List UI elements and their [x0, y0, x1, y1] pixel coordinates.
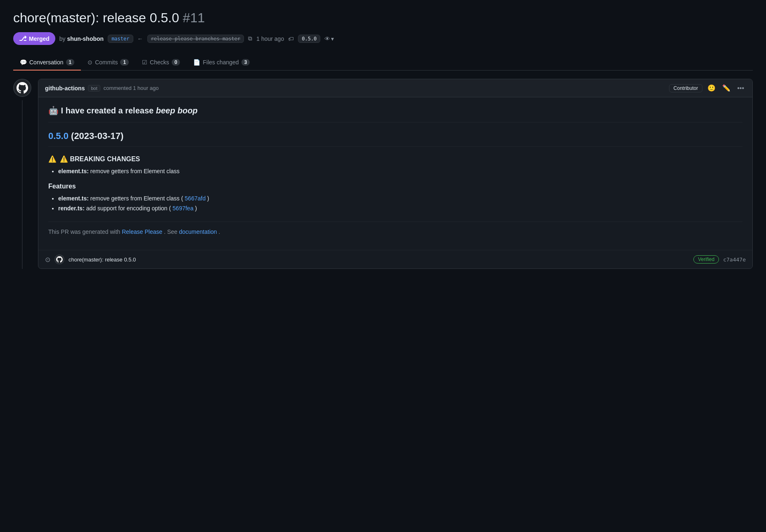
- tab-conversation-count: 1: [66, 59, 75, 66]
- warning-icon: ⚠️: [48, 155, 57, 163]
- files-icon: 📄: [193, 59, 200, 66]
- feature-item-1-link[interactable]: 5667afd: [185, 195, 206, 202]
- bot-badge: bot: [88, 85, 100, 92]
- avatar-column: [13, 79, 31, 269]
- breaking-changes-list: element.ts: remove getters from Element …: [48, 168, 742, 174]
- feature-item-2-key: render.ts:: [58, 205, 85, 212]
- timeline-line: [22, 100, 23, 269]
- footer-end: .: [218, 228, 220, 235]
- pr-meta-row: ⎇ Merged by shun-shobon master ← release…: [13, 32, 753, 45]
- feature-item-2-link[interactable]: 5697fea: [173, 205, 194, 212]
- emoji-reaction-button[interactable]: 🙂: [706, 83, 717, 93]
- comment-footer: This PR was generated with Release Pleas…: [48, 221, 742, 235]
- content-area: github-actions bot commented 1 hour ago …: [13, 79, 753, 269]
- tab-conversation-label: Conversation: [29, 59, 64, 66]
- merged-label: Merged: [29, 35, 50, 42]
- source-branch-badge[interactable]: release-please-branches-master: [147, 35, 244, 43]
- tab-files-changed-label: Files changed: [203, 59, 239, 66]
- breaking-item-1-key: element.ts:: [58, 168, 89, 174]
- feature-item-1-text: remove getters from Element class (: [90, 195, 183, 202]
- breaking-item-1: element.ts: remove getters from Element …: [58, 168, 742, 174]
- tab-commits[interactable]: ⊙ Commits 1: [81, 55, 135, 71]
- chevron-down-icon: ▾: [331, 35, 334, 42]
- breaking-changes-title: ⚠️ ⚠️ BREAKING CHANGES: [48, 155, 742, 163]
- footer-text: This PR was generated with: [48, 228, 122, 235]
- title-emoji: 🤖: [48, 106, 59, 115]
- tab-commits-label: Commits: [95, 59, 118, 66]
- verified-badge: Verified: [693, 255, 719, 264]
- tab-checks-count: 0: [172, 59, 180, 66]
- merged-badge: ⎇ Merged: [13, 32, 55, 45]
- footer-middle: . See: [164, 228, 179, 235]
- pr-title-text: chore(master): release 0.5.0: [13, 10, 179, 25]
- title-text: I have created a release: [61, 106, 156, 115]
- release-please-link[interactable]: Release Please: [122, 228, 162, 235]
- comment-header-right: Contributor 🙂 ✏️ •••: [669, 83, 746, 93]
- commit-github-icon: [56, 256, 63, 263]
- release-version: 0.5.0 (2023-03-17): [48, 131, 742, 147]
- feature-item-1-key: element.ts:: [58, 195, 89, 202]
- documentation-link[interactable]: documentation: [179, 228, 217, 235]
- tab-checks[interactable]: ☑ Checks 0: [135, 55, 187, 71]
- release-version-date: (2023-03-17): [71, 131, 123, 141]
- eye-dropdown[interactable]: 👁 ▾: [324, 35, 334, 42]
- commits-icon: ⊙: [87, 59, 92, 66]
- features-title: Features: [48, 183, 742, 190]
- tab-checks-label: Checks: [150, 59, 169, 66]
- checks-icon: ☑: [142, 59, 147, 66]
- commit-label: chore(master): release 0.5.0: [69, 257, 136, 263]
- feature-item-1: element.ts: remove getters from Element …: [58, 195, 742, 202]
- feature-item-2: render.ts: add support for encoding opti…: [58, 205, 742, 212]
- feature-item-2-suffix: ): [195, 205, 197, 212]
- comment-title: 🤖 I have created a release beep boop: [48, 106, 742, 122]
- edit-comment-button[interactable]: ✏️: [721, 83, 732, 93]
- commit-avatar: [54, 254, 64, 264]
- bottom-commit-row: ⊙ chore(master): release 0.5.0 Verified …: [38, 250, 752, 268]
- comment-time: commented 1 hour ago: [104, 85, 159, 91]
- eye-icon: 👁: [324, 35, 330, 42]
- version-tag-badge[interactable]: 0.5.0: [298, 35, 320, 43]
- comment-box: github-actions bot commented 1 hour ago …: [38, 79, 753, 269]
- tab-files-changed[interactable]: 📄 Files changed 3: [187, 55, 256, 71]
- contributor-badge: Contributor: [669, 84, 702, 92]
- comment-header-left: github-actions bot commented 1 hour ago: [45, 85, 158, 92]
- tabs-row: 💬 Conversation 1 ⊙ Commits 1 ☑ Checks 0 …: [13, 55, 753, 71]
- author-name[interactable]: shun-shobon: [67, 35, 104, 42]
- breaking-changes-label: ⚠️ BREAKING CHANGES: [60, 155, 140, 163]
- commit-dot-icon: ⊙: [45, 256, 50, 264]
- pr-number: #11: [183, 10, 205, 25]
- commit-hash[interactable]: c7a447e: [723, 257, 746, 263]
- release-version-link[interactable]: 0.5.0: [48, 131, 69, 141]
- feature-item-1-suffix: ): [207, 195, 209, 202]
- pr-meta-author: by shun-shobon: [59, 35, 104, 42]
- merge-icon: ⎇: [19, 35, 26, 42]
- features-list: element.ts: remove getters from Element …: [48, 195, 742, 212]
- conversation-icon: 💬: [20, 59, 27, 66]
- comment-body: 🤖 I have created a release beep boop 0.5…: [38, 97, 752, 243]
- github-logo-icon: [16, 81, 29, 94]
- breaking-item-1-text: remove getters from Element class: [90, 168, 180, 174]
- arrow-icon: ←: [137, 35, 143, 42]
- tag-icon: 🏷: [288, 35, 294, 42]
- commenter-name[interactable]: github-actions: [45, 85, 85, 92]
- pr-time: 1 hour ago: [256, 35, 284, 42]
- tab-commits-count: 1: [120, 59, 129, 66]
- feature-item-2-text: add support for encoding option (: [86, 205, 171, 212]
- tab-conversation[interactable]: 💬 Conversation 1: [13, 55, 81, 71]
- target-branch-badge[interactable]: master: [108, 35, 133, 43]
- features-title-text: Features: [48, 183, 76, 190]
- title-italic: beep boop: [156, 106, 198, 115]
- copy-icon[interactable]: ⧉: [248, 35, 252, 42]
- more-options-button[interactable]: •••: [735, 84, 746, 93]
- comment-header: github-actions bot commented 1 hour ago …: [38, 79, 752, 97]
- tab-files-changed-count: 3: [241, 59, 250, 66]
- pr-title: chore(master): release 0.5.0 #11: [13, 10, 753, 26]
- avatar: [13, 79, 31, 97]
